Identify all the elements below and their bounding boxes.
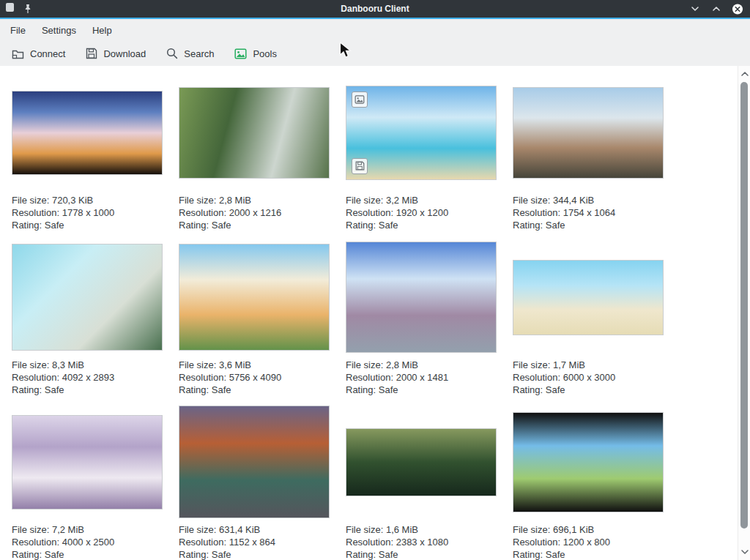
file-size-value: 3,2 MiB	[386, 195, 418, 206]
resolution-line: Resolution: 1152 x 864	[179, 536, 330, 548]
thumbnail-caption: File size: 631,4 KiB Resolution: 1152 x …	[179, 523, 330, 560]
rating-value: Safe	[212, 220, 231, 231]
download-button[interactable]: Download	[86, 48, 146, 59]
rating-value: Safe	[379, 384, 398, 395]
resolution-value: 4092 x 2893	[62, 372, 115, 383]
scroll-up-arrow-icon[interactable]	[738, 68, 750, 80]
thumbnail-caption: File size: 2,8 MiB Resolution: 2000 x 14…	[346, 359, 497, 396]
thumbnail-box	[12, 75, 163, 190]
rating-value: Safe	[212, 549, 231, 560]
resolution-value: 5756 x 4090	[229, 372, 282, 383]
menu-help[interactable]: Help	[84, 22, 120, 39]
gallery-item: File size: 1,6 MiB Resolution: 2383 x 10…	[346, 405, 497, 560]
rating-value: Safe	[212, 384, 231, 395]
file-size-line: File size: 8,3 MiB	[12, 359, 163, 371]
gallery-item: File size: 2,8 MiB Resolution: 2000 x 14…	[346, 240, 497, 396]
resolution-line: Resolution: 1778 x 1000	[12, 206, 163, 219]
view-image-overlay-button[interactable]	[352, 92, 368, 108]
gallery-item: File size: 344,4 KiB Resolution: 1754 x …	[513, 75, 664, 231]
save-image-overlay-button[interactable]	[352, 158, 368, 174]
resolution-value: 1200 x 800	[563, 537, 610, 548]
file-size-value: 2,8 MiB	[219, 195, 251, 206]
resolution-value: 1754 x 1064	[563, 207, 616, 218]
rating-line: Rating: Safe	[513, 384, 664, 396]
rating-line: Rating: Safe	[12, 384, 163, 396]
post-thumbnail[interactable]	[513, 260, 664, 335]
resolution-line: Resolution: 1920 x 1200	[346, 206, 497, 219]
file-size-value: 8,3 MiB	[52, 359, 84, 370]
thumbnail-box	[179, 75, 330, 190]
rating-line: Rating: Safe	[513, 548, 664, 560]
scrollbar[interactable]	[738, 66, 750, 560]
scroll-down-arrow-icon[interactable]	[738, 546, 750, 558]
thumbnail-box	[513, 240, 664, 354]
post-thumbnail[interactable]	[179, 244, 330, 351]
post-thumbnail[interactable]	[346, 428, 497, 496]
menubar: File Settings Help	[0, 19, 750, 41]
post-thumbnail[interactable]	[12, 415, 163, 509]
pools-button[interactable]: Pools	[234, 48, 277, 59]
file-size-line: File size: 344,4 KiB	[513, 194, 664, 206]
post-thumbnail[interactable]	[12, 91, 163, 175]
resolution-value: 2000 x 1216	[229, 207, 282, 218]
resolution-line: Resolution: 4092 x 2893	[12, 371, 163, 384]
file-size-value: 344,4 KiB	[553, 195, 594, 206]
post-thumbnail[interactable]	[179, 406, 330, 518]
thumbnail-box	[346, 75, 497, 190]
file-size-line: File size: 631,4 KiB	[179, 523, 330, 536]
rating-value: Safe	[379, 549, 398, 560]
resolution-value: 6000 x 3000	[563, 372, 616, 383]
maximize-button[interactable]	[710, 3, 722, 15]
thumbnail-caption: File size: 2,8 MiB Resolution: 2000 x 12…	[179, 194, 330, 231]
resolution-value: 1152 x 864	[229, 537, 275, 548]
resolution-value: 2000 x 1481	[396, 372, 449, 383]
window-title: Danbooru Client	[0, 4, 750, 14]
thumbnail-caption: File size: 1,6 MiB Resolution: 2383 x 10…	[346, 523, 497, 560]
thumbnail-caption: File size: 720,3 KiB Resolution: 1778 x …	[12, 194, 163, 231]
connect-button[interactable]: Connect	[12, 48, 65, 59]
rating-line: Rating: Safe	[12, 219, 163, 231]
resolution-line: Resolution: 2000 x 1481	[346, 371, 497, 384]
file-size-line: File size: 2,8 MiB	[179, 194, 330, 206]
resolution-line: Resolution: 5756 x 4090	[179, 371, 330, 384]
post-thumbnail[interactable]	[346, 242, 497, 353]
resolution-line: Resolution: 1200 x 800	[513, 536, 664, 548]
thumbnail-grid: File size: 720,3 KiB Resolution: 1778 x …	[12, 75, 664, 560]
file-size-line: File size: 3,2 MiB	[346, 194, 497, 206]
post-thumbnail[interactable]	[179, 87, 330, 179]
resolution-value: 2383 x 1080	[396, 537, 449, 548]
thumbnail-box	[346, 240, 497, 354]
file-size-line: File size: 720,3 KiB	[12, 194, 163, 206]
minimize-button[interactable]	[689, 3, 701, 15]
resolution-line: Resolution: 2000 x 1216	[179, 206, 330, 219]
post-thumbnail[interactable]	[346, 86, 497, 180]
post-thumbnail[interactable]	[513, 412, 664, 512]
pin-icon[interactable]	[22, 3, 34, 15]
gallery-item: File size: 2,8 MiB Resolution: 2000 x 12…	[179, 75, 330, 231]
thumbnail-box	[179, 405, 330, 519]
thumbnail-caption: File size: 8,3 MiB Resolution: 4092 x 28…	[12, 359, 163, 396]
menu-file[interactable]: File	[10, 22, 34, 39]
thumbnail-box	[12, 405, 163, 519]
scrollbar-handle[interactable]	[740, 82, 748, 529]
thumbnail-box	[179, 240, 330, 354]
titlebar: Danbooru Client	[0, 0, 750, 18]
rating-line: Rating: Safe	[179, 548, 330, 560]
menu-settings[interactable]: Settings	[34, 22, 84, 39]
resolution-line: Resolution: 4000 x 2500	[12, 536, 163, 548]
post-thumbnail[interactable]	[12, 244, 163, 351]
rating-line: Rating: Safe	[12, 548, 163, 560]
file-size-value: 631,4 KiB	[219, 524, 260, 535]
thumbnail-box	[513, 75, 664, 190]
toolbar: Connect Download Search Po	[0, 41, 750, 66]
close-button[interactable]	[732, 3, 743, 15]
resolution-line: Resolution: 6000 x 3000	[513, 371, 664, 384]
file-size-value: 2,8 MiB	[386, 359, 418, 370]
rating-line: Rating: Safe	[346, 548, 497, 560]
thumbnail-caption: File size: 7,2 MiB Resolution: 4000 x 25…	[12, 523, 163, 560]
gallery-item: File size: 3,2 MiB Resolution: 1920 x 12…	[346, 75, 497, 231]
search-button[interactable]: Search	[166, 48, 214, 59]
post-thumbnail[interactable]	[513, 87, 664, 179]
file-size-value: 3,6 MiB	[219, 359, 251, 370]
thumbnail-box	[513, 405, 664, 519]
